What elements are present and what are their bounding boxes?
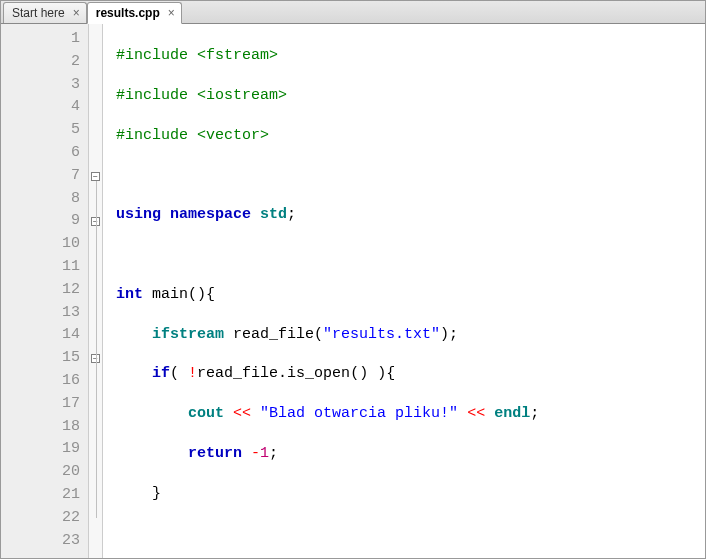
line-number: 22 [1, 507, 88, 530]
code-line: using namespace std; [107, 204, 705, 227]
code-line [107, 523, 705, 546]
line-number: 18 [1, 416, 88, 439]
line-number: 12 [1, 279, 88, 302]
tab-bar: Start here × results.cpp × [1, 1, 705, 24]
tab-label: results.cpp [96, 6, 160, 20]
line-number: 8 [1, 188, 88, 211]
line-number: 13 [1, 302, 88, 325]
code-line: #include <iostream> [107, 85, 705, 108]
line-number: 3 [1, 74, 88, 97]
editor: 1 2 3 4 5 6 7 8 9 10 11 12 13 14 15 16 1… [1, 24, 705, 558]
line-number: 7 [1, 165, 88, 188]
line-number: 21 [1, 484, 88, 507]
close-icon[interactable]: × [168, 6, 175, 20]
line-number-gutter: 1 2 3 4 5 6 7 8 9 10 11 12 13 14 15 16 1… [1, 24, 89, 558]
tab-label: Start here [12, 6, 65, 20]
code-area[interactable]: #include <fstream> #include <iostream> #… [103, 24, 705, 558]
line-number: 11 [1, 256, 88, 279]
line-number: 17 [1, 393, 88, 416]
line-number: 15 [1, 347, 88, 370]
code-line: cout << "Blad otwarcia pliku!" << endl; [107, 403, 705, 426]
line-number: 14 [1, 324, 88, 347]
fold-toggle-icon[interactable]: − [91, 172, 100, 181]
line-number: 5 [1, 119, 88, 142]
close-icon[interactable]: × [73, 6, 80, 20]
line-number: 1 [1, 28, 88, 51]
line-number: 20 [1, 461, 88, 484]
line-number: 4 [1, 96, 88, 119]
line-number: 16 [1, 370, 88, 393]
line-number: 23 [1, 530, 88, 553]
line-number: 9 [1, 210, 88, 233]
code-line: if( !read_file.is_open() ){ [107, 363, 705, 386]
code-line: } [107, 483, 705, 506]
code-line [107, 244, 705, 267]
code-line: #include <vector> [107, 125, 705, 148]
line-number: 2 [1, 51, 88, 74]
fold-gutter: − − − [89, 24, 103, 558]
code-line: int main(){ [107, 284, 705, 307]
line-number: 19 [1, 438, 88, 461]
code-line: ifstream read_file("results.txt"); [107, 324, 705, 347]
code-line: return -1; [107, 443, 705, 466]
line-number: 10 [1, 233, 88, 256]
code-line [107, 164, 705, 187]
line-number: 6 [1, 142, 88, 165]
tab-results-cpp[interactable]: results.cpp × [87, 2, 182, 24]
tab-start-here[interactable]: Start here × [3, 2, 87, 23]
code-line: #include <fstream> [107, 45, 705, 68]
